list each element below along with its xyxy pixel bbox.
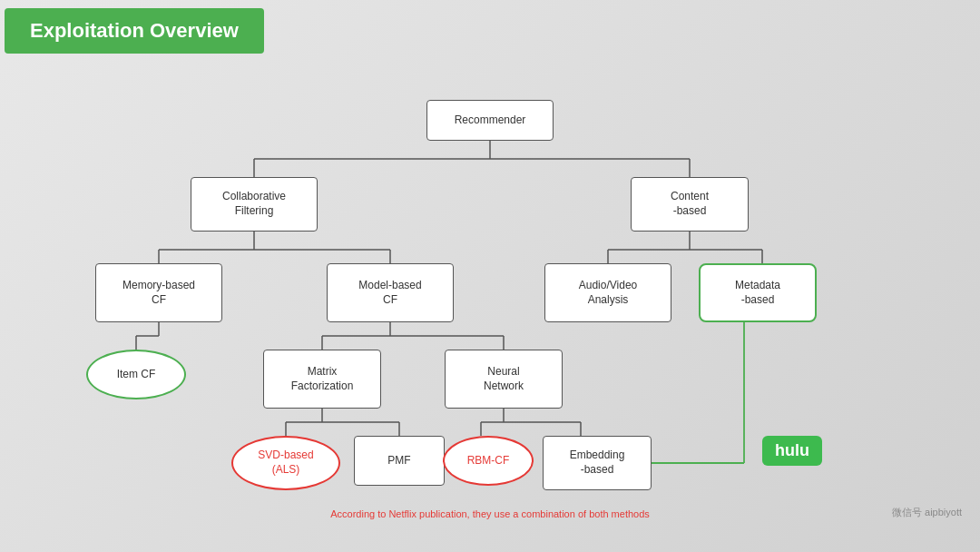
- node-item-cf: Item CF: [86, 350, 186, 399]
- page-title: Exploitation Overview: [5, 8, 264, 54]
- node-embedding-based: Embedding -based: [543, 436, 652, 490]
- bottom-note: According to Netflix publication, they u…: [330, 508, 650, 519]
- node-recommender: Recommender: [426, 100, 554, 141]
- node-pmf: PMF: [354, 436, 445, 486]
- node-svd-based: SVD-based (ALS): [231, 436, 340, 490]
- node-model-based: Model-based CF: [327, 263, 454, 322]
- watermark: 微信号 aipbiyott: [892, 506, 962, 519]
- node-audio-video: Audio/Video Analysis: [544, 263, 671, 322]
- node-matrix-factorization: Matrix Factorization: [263, 350, 381, 409]
- node-metadata-based: Metadata -based: [699, 263, 817, 322]
- hulu-badge: hulu: [762, 436, 822, 466]
- node-memory-based: Memory-based CF: [95, 263, 222, 322]
- node-rbm-cf: RBM-CF: [443, 436, 534, 486]
- node-collaborative-filtering: Collaborative Filtering: [191, 177, 318, 232]
- node-neural-network: Neural Network: [445, 350, 563, 409]
- diagram-area: Recommender Collaborative Filtering Cont…: [0, 82, 980, 527]
- node-content-based: Content -based: [631, 177, 749, 232]
